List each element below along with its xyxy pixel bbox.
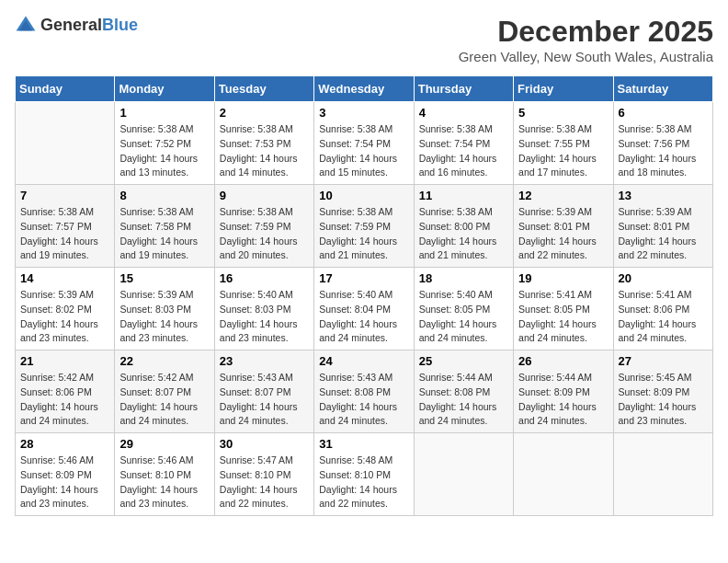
month-title: December 2025 xyxy=(459,15,713,49)
day-number: 26 xyxy=(518,354,608,368)
day-detail: Sunrise: 5:41 AMSunset: 8:05 PMDaylight:… xyxy=(518,288,608,346)
day-detail: Sunrise: 5:40 AMSunset: 8:05 PMDaylight:… xyxy=(419,288,508,346)
calendar-cell xyxy=(16,102,115,185)
calendar-cell: 27Sunrise: 5:45 AMSunset: 8:09 PMDayligh… xyxy=(613,350,712,433)
calendar-cell: 11Sunrise: 5:38 AMSunset: 8:00 PMDayligh… xyxy=(414,185,513,268)
day-number: 22 xyxy=(119,354,209,368)
calendar-cell: 8Sunrise: 5:38 AMSunset: 7:58 PMDaylight… xyxy=(115,185,214,268)
day-detail: Sunrise: 5:39 AMSunset: 8:01 PMDaylight:… xyxy=(518,205,608,263)
logo-text: GeneralBlue xyxy=(40,17,138,35)
calendar-cell xyxy=(613,433,712,516)
day-number: 13 xyxy=(619,189,708,202)
day-detail: Sunrise: 5:38 AMSunset: 7:55 PMDaylight:… xyxy=(518,122,608,180)
day-number: 4 xyxy=(419,106,508,120)
day-number: 8 xyxy=(119,189,209,202)
calendar-cell: 19Sunrise: 5:41 AMSunset: 8:05 PMDayligh… xyxy=(514,268,613,350)
calendar-cell: 18Sunrise: 5:40 AMSunset: 8:05 PMDayligh… xyxy=(414,268,513,350)
day-detail: Sunrise: 5:46 AMSunset: 8:10 PMDaylight:… xyxy=(119,454,209,511)
day-detail: Sunrise: 5:38 AMSunset: 7:59 PMDaylight:… xyxy=(319,205,408,263)
calendar-cell: 15Sunrise: 5:39 AMSunset: 8:03 PMDayligh… xyxy=(115,268,214,350)
day-number: 20 xyxy=(619,271,708,285)
day-number: 11 xyxy=(419,189,508,202)
day-detail: Sunrise: 5:45 AMSunset: 8:09 PMDaylight:… xyxy=(619,371,708,429)
location-title: Green Valley, New South Wales, Australia xyxy=(459,49,713,64)
day-number: 15 xyxy=(119,271,209,285)
calendar-cell: 2Sunrise: 5:38 AMSunset: 7:53 PMDaylight… xyxy=(214,102,313,185)
header-friday: Friday xyxy=(514,76,613,102)
calendar-cell: 31Sunrise: 5:48 AMSunset: 8:10 PMDayligh… xyxy=(314,433,414,516)
day-detail: Sunrise: 5:44 AMSunset: 8:09 PMDaylight:… xyxy=(518,371,608,429)
header-tuesday: Tuesday xyxy=(214,76,313,102)
logo-icon xyxy=(15,15,37,37)
header-saturday: Saturday xyxy=(613,76,712,102)
day-number: 2 xyxy=(220,106,309,120)
day-detail: Sunrise: 5:39 AMSunset: 8:02 PMDaylight:… xyxy=(20,288,109,346)
day-detail: Sunrise: 5:47 AMSunset: 8:10 PMDaylight:… xyxy=(220,454,309,511)
calendar-cell: 9Sunrise: 5:38 AMSunset: 7:59 PMDaylight… xyxy=(214,185,313,268)
calendar-table: SundayMondayTuesdayWednesdayThursdayFrid… xyxy=(15,75,713,516)
day-detail: Sunrise: 5:38 AMSunset: 7:59 PMDaylight:… xyxy=(220,205,309,263)
day-number: 27 xyxy=(619,354,708,368)
calendar-cell: 28Sunrise: 5:46 AMSunset: 8:09 PMDayligh… xyxy=(16,433,115,516)
calendar-cell: 10Sunrise: 5:38 AMSunset: 7:59 PMDayligh… xyxy=(314,185,414,268)
day-number: 10 xyxy=(319,189,408,202)
calendar-cell: 29Sunrise: 5:46 AMSunset: 8:10 PMDayligh… xyxy=(115,433,214,516)
calendar-cell: 30Sunrise: 5:47 AMSunset: 8:10 PMDayligh… xyxy=(214,433,313,516)
title-area: December 2025 Green Valley, New South Wa… xyxy=(459,15,713,64)
day-detail: Sunrise: 5:40 AMSunset: 8:03 PMDaylight:… xyxy=(220,288,309,346)
day-number: 9 xyxy=(220,189,309,202)
day-detail: Sunrise: 5:42 AMSunset: 8:06 PMDaylight:… xyxy=(20,371,109,429)
day-detail: Sunrise: 5:38 AMSunset: 8:00 PMDaylight:… xyxy=(419,205,508,263)
calendar-week-row: 28Sunrise: 5:46 AMSunset: 8:09 PMDayligh… xyxy=(16,433,713,516)
day-detail: Sunrise: 5:38 AMSunset: 7:54 PMDaylight:… xyxy=(319,122,408,180)
day-detail: Sunrise: 5:44 AMSunset: 8:08 PMDaylight:… xyxy=(419,371,508,429)
day-detail: Sunrise: 5:46 AMSunset: 8:09 PMDaylight:… xyxy=(20,454,109,511)
calendar-cell: 3Sunrise: 5:38 AMSunset: 7:54 PMDaylight… xyxy=(314,102,414,185)
day-number: 6 xyxy=(619,106,708,120)
day-detail: Sunrise: 5:40 AMSunset: 8:04 PMDaylight:… xyxy=(319,288,408,346)
calendar-cell: 16Sunrise: 5:40 AMSunset: 8:03 PMDayligh… xyxy=(214,268,313,350)
calendar-cell: 17Sunrise: 5:40 AMSunset: 8:04 PMDayligh… xyxy=(314,268,414,350)
calendar-week-row: 21Sunrise: 5:42 AMSunset: 8:06 PMDayligh… xyxy=(16,350,713,433)
day-detail: Sunrise: 5:41 AMSunset: 8:06 PMDaylight:… xyxy=(619,288,708,346)
day-number: 31 xyxy=(319,437,408,451)
calendar-cell: 21Sunrise: 5:42 AMSunset: 8:06 PMDayligh… xyxy=(16,350,115,433)
calendar-cell: 13Sunrise: 5:39 AMSunset: 8:01 PMDayligh… xyxy=(613,185,712,268)
day-number: 12 xyxy=(518,189,608,202)
day-detail: Sunrise: 5:38 AMSunset: 7:57 PMDaylight:… xyxy=(20,205,109,263)
day-detail: Sunrise: 5:38 AMSunset: 7:53 PMDaylight:… xyxy=(220,122,309,180)
calendar-cell xyxy=(514,433,613,516)
calendar-week-row: 14Sunrise: 5:39 AMSunset: 8:02 PMDayligh… xyxy=(16,268,713,350)
calendar-cell: 4Sunrise: 5:38 AMSunset: 7:54 PMDaylight… xyxy=(414,102,513,185)
day-detail: Sunrise: 5:38 AMSunset: 7:54 PMDaylight:… xyxy=(419,122,508,180)
day-number: 23 xyxy=(220,354,309,368)
day-number: 18 xyxy=(419,271,508,285)
day-number: 21 xyxy=(20,354,109,368)
calendar-cell: 12Sunrise: 5:39 AMSunset: 8:01 PMDayligh… xyxy=(514,185,613,268)
calendar-cell xyxy=(414,433,513,516)
day-detail: Sunrise: 5:43 AMSunset: 8:08 PMDaylight:… xyxy=(319,371,408,429)
day-number: 17 xyxy=(319,271,408,285)
calendar-cell: 5Sunrise: 5:38 AMSunset: 7:55 PMDaylight… xyxy=(514,102,613,185)
day-number: 7 xyxy=(20,189,109,202)
calendar-cell: 24Sunrise: 5:43 AMSunset: 8:08 PMDayligh… xyxy=(314,350,414,433)
day-detail: Sunrise: 5:42 AMSunset: 8:07 PMDaylight:… xyxy=(119,371,209,429)
day-number: 16 xyxy=(220,271,309,285)
header-thursday: Thursday xyxy=(414,76,513,102)
day-detail: Sunrise: 5:39 AMSunset: 8:01 PMDaylight:… xyxy=(619,205,708,263)
calendar-cell: 1Sunrise: 5:38 AMSunset: 7:52 PMDaylight… xyxy=(115,102,214,185)
day-detail: Sunrise: 5:38 AMSunset: 7:56 PMDaylight:… xyxy=(619,122,708,180)
calendar-cell: 26Sunrise: 5:44 AMSunset: 8:09 PMDayligh… xyxy=(514,350,613,433)
day-number: 19 xyxy=(518,271,608,285)
day-detail: Sunrise: 5:43 AMSunset: 8:07 PMDaylight:… xyxy=(220,371,309,429)
calendar-header-row: SundayMondayTuesdayWednesdayThursdayFrid… xyxy=(16,76,713,102)
calendar-cell: 20Sunrise: 5:41 AMSunset: 8:06 PMDayligh… xyxy=(613,268,712,350)
day-number: 29 xyxy=(119,437,209,451)
day-detail: Sunrise: 5:39 AMSunset: 8:03 PMDaylight:… xyxy=(119,288,209,346)
header-wednesday: Wednesday xyxy=(314,76,414,102)
day-number: 3 xyxy=(319,106,408,120)
header-sunday: Sunday xyxy=(16,76,115,102)
day-number: 30 xyxy=(220,437,309,451)
page-header: GeneralBlue December 2025 Green Valley, … xyxy=(15,15,713,64)
day-detail: Sunrise: 5:38 AMSunset: 7:58 PMDaylight:… xyxy=(119,205,209,263)
